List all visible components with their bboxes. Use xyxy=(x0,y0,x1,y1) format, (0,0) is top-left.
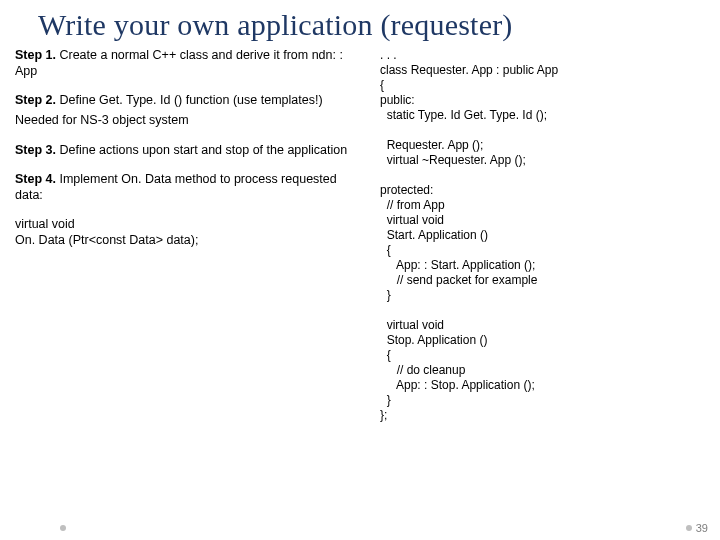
step-4: Step 4. Implement On. Data method to pro… xyxy=(15,172,365,203)
slide: Write your own application (requester) S… xyxy=(0,0,720,540)
step-4-code-line2: On. Data (Ptr<const Data> data); xyxy=(15,233,365,249)
step-3: Step 3. Define actions upon start and st… xyxy=(15,143,365,159)
step-4-label: Step 4. xyxy=(15,172,56,186)
left-column: Step 1. Create a normal C++ class and de… xyxy=(10,48,375,423)
step-4-body-em: On. Data xyxy=(121,172,171,186)
step-2-extra: Needed for NS-3 object system xyxy=(15,113,365,129)
page-dot-icon xyxy=(686,525,692,531)
step-3-label: Step 3. xyxy=(15,143,56,157)
step-2-label: Step 2. xyxy=(15,93,56,107)
page-number: 39 xyxy=(696,522,708,534)
slide-title: Write your own application (requester) xyxy=(0,0,720,48)
step-1: Step 1. Create a normal C++ class and de… xyxy=(15,48,365,79)
step-4-code-line1: virtual void xyxy=(15,217,365,233)
step-3-body: Define actions upon start and stop of th… xyxy=(56,143,347,157)
content-columns: Step 1. Create a normal C++ class and de… xyxy=(0,48,720,423)
code-block: . . . class Requester. App : public App … xyxy=(380,48,680,423)
step-2-body: Define Get. Type. Id () function (use te… xyxy=(56,93,323,107)
step-1-label: Step 1. xyxy=(15,48,56,62)
step-1-body: Create a normal C++ class and derive it … xyxy=(15,48,343,78)
step-4-body-pre: Implement xyxy=(56,172,121,186)
step-2: Step 2. Define Get. Type. Id () function… xyxy=(15,93,365,109)
decorative-dot-icon xyxy=(60,525,66,531)
slide-footer: 39 xyxy=(686,522,708,534)
right-column: . . . class Requester. App : public App … xyxy=(375,48,680,423)
